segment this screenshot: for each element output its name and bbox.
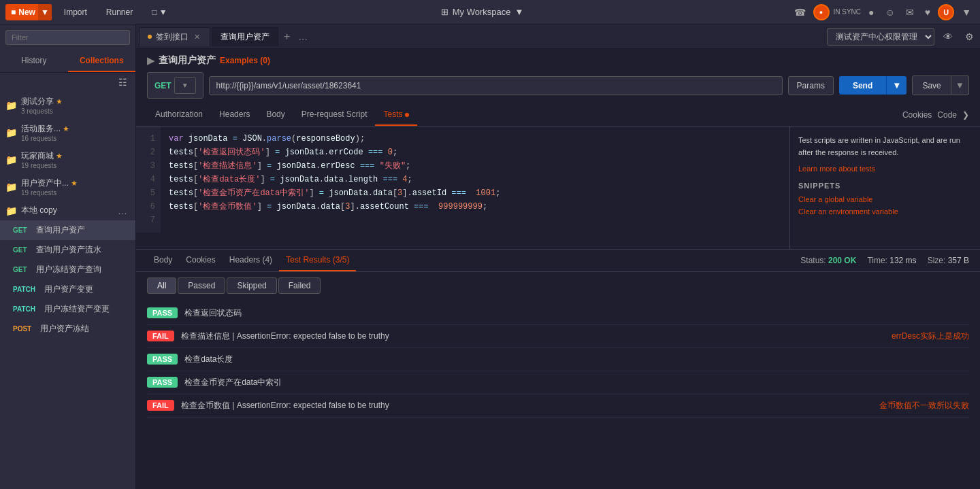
sidebar-list: 📁 测试分享 ★ 3 requests 📁 活动服务... ★ 16 reque…: [0, 92, 135, 489]
code-link[interactable]: Code: [937, 110, 957, 120]
response-nav-headers[interactable]: Headers (4): [223, 250, 279, 271]
add-tab-button[interactable]: +: [280, 31, 294, 43]
avatar[interactable]: ●: [813, 4, 830, 20]
phone-icon[interactable]: ☎: [791, 4, 809, 20]
environment-select[interactable]: 测试资产中心权限管理: [827, 28, 934, 46]
filter-all[interactable]: All: [147, 277, 176, 294]
workspace-caret[interactable]: ▼: [515, 7, 524, 17]
method-badge-patch: PATCH: [11, 305, 37, 314]
send-button[interactable]: Send: [839, 76, 886, 95]
sidebar-item-assets[interactable]: 📁 用户资产中... ★ 19 requests: [0, 173, 135, 201]
close-tab-button[interactable]: ✕: [193, 33, 201, 41]
send-caret-button[interactable]: ▼: [886, 76, 906, 95]
env-settings-icon[interactable]: ⚙: [962, 29, 977, 45]
filter-skipped[interactable]: Skipped: [227, 277, 276, 294]
sidebar-item-activity[interactable]: 📁 活动服务... ★ 16 requests: [0, 119, 135, 146]
filter-failed[interactable]: Failed: [278, 277, 321, 294]
save-button[interactable]: Save: [912, 75, 951, 95]
nav-headers[interactable]: Headers: [211, 104, 258, 126]
star-icon: ★: [56, 97, 63, 105]
import-button[interactable]: Import: [57, 4, 94, 20]
method-badge-patch: PATCH: [11, 285, 37, 294]
nav-body[interactable]: Body: [258, 104, 293, 126]
collection-meta: 16 requests: [21, 135, 130, 142]
user-caret[interactable]: ▼: [958, 4, 975, 20]
collection-meta: 19 requests: [21, 189, 130, 197]
test-comment: 金币数值不一致所以失败: [879, 400, 969, 411]
response-nav: Body Cookies Headers (4) Test Results (3…: [136, 250, 980, 272]
collection-name: 测试分享 ★: [21, 96, 130, 107]
sidebar-item-frozen-change[interactable]: PATCH 用户冻结资产变更: [0, 299, 135, 319]
method-badge-get: GET: [11, 226, 29, 235]
send-button-group: Send ▼: [839, 76, 907, 95]
collection-name: 本地 copy: [21, 205, 111, 216]
runner-button[interactable]: Runner: [99, 4, 140, 20]
more-tabs-button[interactable]: …: [295, 31, 310, 42]
size-value: 357 B: [948, 256, 969, 265]
response-nav-cookies[interactable]: Cookies: [179, 250, 222, 271]
star-icon: ★: [71, 179, 78, 187]
request-area: ▶ 查询用户资产 Examples (0) GET ▼ Params Send …: [136, 49, 980, 104]
response-status: Status: 200 OK Time: 132 ms Size: 357 B: [800, 256, 969, 265]
nav-prerequest[interactable]: Pre-request Script: [293, 104, 376, 126]
request-nav-right: Cookies Code ❯: [902, 110, 969, 120]
fail-badge: FAIL: [147, 331, 174, 341]
code-editor[interactable]: 1234567 var jsonData = JSON.parse(respon…: [136, 127, 789, 249]
collection-name: 玩家商城 ★: [21, 150, 130, 162]
new-button[interactable]: ■ New ▼: [5, 4, 52, 20]
person-icon[interactable]: ☺: [882, 4, 898, 20]
response-content: All Passed Skipped Failed PASS 检查返回状态码 F…: [136, 272, 980, 489]
search-input[interactable]: [5, 30, 130, 45]
editor-area: 1234567 var jsonData = JSON.parse(respon…: [136, 127, 980, 249]
tab-collections[interactable]: Collections: [68, 50, 136, 72]
save-button-group: Save ▼: [912, 75, 969, 95]
env-eye-icon[interactable]: 👁: [940, 29, 956, 45]
request-tabs-bar: 签到接口 ✕ 查询用户资产 + … 测试资产中心权限管理 👁 ⚙: [136, 24, 980, 49]
sidebar-item-shop[interactable]: 📁 玩家商城 ★ 19 requests: [0, 146, 135, 173]
req-tab-query-asset[interactable]: 查询用户资产: [212, 27, 278, 46]
earth-icon[interactable]: ●: [865, 4, 877, 20]
method-caret: ▼: [174, 77, 196, 94]
snippet-clear-env[interactable]: Clear an environment variable: [798, 207, 972, 216]
filter-passed[interactable]: Passed: [178, 277, 225, 294]
dots-menu-button[interactable]: …: [115, 205, 130, 216]
sidebar-item-query-flow[interactable]: GET 查询用户资产流水: [0, 240, 135, 260]
content-area: 签到接口 ✕ 查询用户资产 + … 测试资产中心权限管理 👁 ⚙ ▶ 查询用户资…: [136, 24, 980, 489]
sidebar-item-frozen-query[interactable]: GET 用户冻结资产查询: [0, 260, 135, 280]
code-content[interactable]: var jsonData = JSON.parse(responseBody);…: [161, 127, 789, 233]
expand-arrow[interactable]: ▶: [147, 55, 154, 66]
star-icon: ★: [63, 124, 69, 133]
sidebar-item-freeze[interactable]: POST 用户资产冻结: [0, 319, 135, 339]
snippet-clear-global[interactable]: Clear a global variable: [798, 195, 972, 203]
nav-authorization[interactable]: Authorization: [147, 104, 211, 126]
response-nav-body[interactable]: Body: [147, 250, 179, 271]
params-button[interactable]: Params: [788, 76, 834, 95]
nav-tests[interactable]: Tests: [375, 104, 417, 126]
req-tab-signin[interactable]: 签到接口 ✕: [139, 27, 210, 46]
cookies-link[interactable]: Cookies: [902, 110, 932, 120]
save-caret-button[interactable]: ▼: [951, 75, 969, 95]
bell-icon[interactable]: ✉: [902, 4, 917, 20]
tab-history[interactable]: History: [0, 50, 68, 72]
user-avatar[interactable]: U: [938, 4, 954, 20]
url-input[interactable]: [209, 76, 783, 95]
new-tab-button[interactable]: □ ▼: [145, 4, 174, 20]
sidebar-item-testshare[interactable]: 📁 测试分享 ★ 3 requests: [0, 92, 135, 119]
response-nav-testresults[interactable]: Test Results (3/5): [279, 250, 356, 271]
collection-meta: 19 requests: [21, 162, 130, 169]
heart-icon[interactable]: ♥: [921, 4, 934, 20]
learn-more-link[interactable]: Learn more about tests: [798, 165, 875, 173]
sidebar-item-localcopy[interactable]: 📁 本地 copy …: [0, 201, 135, 220]
new-caret[interactable]: ▼: [38, 4, 52, 20]
new-folder-button[interactable]: ☷: [116, 75, 130, 89]
test-result-row: PASS 检查金币资产在data中索引: [147, 371, 969, 394]
sidebar-item-asset-change[interactable]: PATCH 用户资产变更: [0, 280, 135, 299]
method-select[interactable]: GET ▼: [147, 72, 203, 99]
folder-icon: 📁: [5, 182, 17, 192]
sidebar-item-query-asset[interactable]: GET 查询用户资产: [0, 220, 135, 240]
fail-badge: FAIL: [147, 400, 174, 411]
expand-icon[interactable]: ❯: [962, 110, 969, 120]
folder-icon: 📁: [5, 154, 17, 165]
collection-name: 用户资产中... ★: [21, 178, 130, 189]
examples-link[interactable]: Examples (0): [220, 56, 270, 65]
